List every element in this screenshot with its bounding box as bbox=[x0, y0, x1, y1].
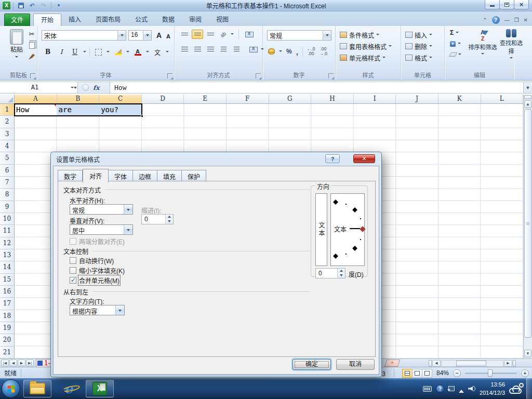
spin-down-icon[interactable] bbox=[166, 219, 173, 224]
column-header-L[interactable]: L bbox=[481, 95, 523, 104]
taskbar-excel-button[interactable]: X bbox=[86, 380, 114, 397]
file-tab[interactable]: 文件 bbox=[4, 14, 30, 26]
decrease-indent-button[interactable] bbox=[218, 45, 229, 54]
copy-button[interactable] bbox=[27, 41, 36, 50]
ribbon-tab-公式[interactable]: 公式 bbox=[128, 14, 155, 26]
chevron-down-icon[interactable] bbox=[115, 305, 124, 315]
row-header-16[interactable]: 16 bbox=[0, 286, 15, 298]
cell-styles-button[interactable]: 单元格样式 bbox=[338, 52, 394, 63]
shrink-to-fit-checkbox[interactable]: 缩小字体填充(K) bbox=[70, 266, 125, 275]
dialog-tab-对齐[interactable]: 对齐 bbox=[83, 169, 109, 183]
conditional-formatting-button[interactable]: 条件格式 bbox=[338, 29, 394, 41]
row-header-2[interactable]: 2 bbox=[0, 116, 15, 128]
chevron-down-icon[interactable] bbox=[83, 48, 86, 56]
shrink-font-button[interactable]: A bbox=[163, 31, 174, 42]
orientation-button[interactable]: ab bbox=[218, 30, 229, 39]
cancel-button[interactable]: 取消 bbox=[336, 359, 375, 370]
grow-font-button[interactable]: A bbox=[154, 30, 164, 41]
scroll-left-button[interactable]: ◀ bbox=[432, 360, 441, 367]
ribbon-tab-视图[interactable]: 视图 bbox=[209, 14, 236, 26]
close-button[interactable]: × bbox=[514, 0, 529, 9]
row-header-9[interactable]: 9 bbox=[0, 201, 15, 213]
find-select-button[interactable]: 查找和选择 bbox=[498, 29, 525, 61]
cut-button[interactable]: ✂ bbox=[27, 29, 36, 38]
scrollbar-split-handle[interactable] bbox=[524, 95, 531, 99]
ribbon-tab-审阅[interactable]: 审阅 bbox=[182, 14, 209, 26]
scroll-down-button[interactable]: ▼ bbox=[524, 350, 531, 357]
redo-button[interactable]: ↷ bbox=[39, 1, 48, 10]
phonetic-guide-button[interactable]: 文 bbox=[152, 47, 163, 57]
number-format-combo[interactable]: 常规 bbox=[267, 30, 331, 41]
vertical-align-combo[interactable]: 居中 bbox=[70, 224, 133, 235]
cell-B1[interactable]: are bbox=[57, 104, 100, 116]
degrees-spinner[interactable]: 0 bbox=[315, 268, 345, 278]
spin-up-icon[interactable] bbox=[338, 269, 345, 273]
chevron-down-icon[interactable] bbox=[146, 48, 149, 56]
select-all-corner[interactable] bbox=[0, 95, 15, 104]
insert-worksheet-button[interactable] bbox=[384, 360, 401, 367]
chevron-down-icon[interactable] bbox=[143, 31, 151, 40]
cell-A1[interactable]: How bbox=[15, 104, 57, 116]
fill-handle[interactable] bbox=[141, 115, 143, 117]
horizontal-scrollbar[interactable]: ◀ ▶ bbox=[429, 360, 525, 367]
help-tray-icon[interactable]: ? bbox=[436, 384, 444, 393]
bold-button[interactable]: B bbox=[43, 47, 53, 57]
align-bottom-button[interactable] bbox=[205, 30, 216, 39]
row-header-20[interactable]: 20 bbox=[0, 334, 15, 346]
align-right-button[interactable] bbox=[205, 45, 216, 54]
zoom-in-button[interactable]: + bbox=[521, 369, 529, 377]
row-header-4[interactable]: 4 bbox=[0, 140, 15, 152]
insert-function-button[interactable]: fx bbox=[93, 84, 99, 91]
show-hidden-icons-button[interactable] bbox=[459, 387, 464, 393]
taskbar-explorer-button[interactable] bbox=[23, 380, 51, 397]
vertical-scroll-thumb[interactable] bbox=[524, 109, 531, 338]
indent-spinner[interactable]: 0 bbox=[141, 214, 174, 224]
font-size-combo[interactable]: 16 bbox=[128, 30, 152, 41]
row-header-14[interactable]: 14 bbox=[0, 261, 15, 273]
text-direction-combo[interactable]: 根据内容 bbox=[70, 305, 125, 315]
ribbon-tab-页面布局[interactable]: 页面布局 bbox=[88, 14, 128, 26]
name-box[interactable]: A1 bbox=[0, 82, 78, 93]
font-dialog-launcher[interactable] bbox=[167, 73, 172, 78]
vertical-scrollbar[interactable]: ▲ ▼ bbox=[523, 95, 532, 358]
window-tray-icon[interactable] bbox=[448, 386, 455, 391]
page-break-view-button[interactable] bbox=[422, 369, 432, 378]
italic-button[interactable]: I bbox=[56, 47, 66, 57]
horizontal-align-combo[interactable]: 常规 bbox=[70, 204, 133, 215]
chevron-down-icon[interactable] bbox=[279, 48, 282, 55]
workbook-close-icon[interactable]: ✕ bbox=[524, 17, 528, 23]
number-dialog-launcher[interactable] bbox=[328, 73, 334, 78]
row-header-1[interactable]: 1 bbox=[0, 104, 15, 116]
format-painter-button[interactable] bbox=[27, 52, 36, 61]
scroll-up-button[interactable]: ▲ bbox=[524, 100, 531, 108]
format-cells-button[interactable]: 格式 bbox=[403, 52, 434, 63]
dialog-close-button[interactable]: ✕ bbox=[353, 154, 375, 163]
row-header-12[interactable]: 12 bbox=[0, 237, 15, 249]
ribbon-tab-数据[interactable]: 数据 bbox=[155, 14, 182, 26]
align-left-button[interactable] bbox=[179, 45, 190, 54]
chevron-down-icon[interactable] bbox=[323, 31, 331, 40]
sort-filter-button[interactable]: AZ 排序和筛选 bbox=[468, 29, 498, 57]
ok-button[interactable]: 确定 bbox=[292, 359, 331, 370]
percent-style-button[interactable]: % bbox=[286, 48, 292, 55]
zoom-slider-thumb[interactable] bbox=[488, 369, 493, 377]
first-sheet-button[interactable]: |◀ bbox=[1, 360, 9, 366]
delete-cells-button[interactable]: 删除 bbox=[403, 41, 434, 52]
horizontal-scroll-track[interactable] bbox=[441, 360, 503, 367]
chevron-down-icon[interactable] bbox=[124, 225, 132, 234]
borders-button[interactable] bbox=[93, 47, 103, 57]
help-button[interactable]: ? bbox=[492, 16, 500, 24]
orientation-arc[interactable]: 文本 bbox=[330, 193, 365, 266]
workbook-restore-icon[interactable]: ❐ bbox=[514, 17, 519, 23]
ribbon-tab-开始[interactable]: 开始 bbox=[33, 14, 61, 26]
workbook-minimize-icon[interactable]: — bbox=[504, 17, 510, 23]
cell-C1[interactable]: you? bbox=[99, 104, 142, 116]
prev-sheet-button[interactable]: ◀ bbox=[9, 360, 17, 366]
chevron-down-icon[interactable] bbox=[166, 48, 169, 56]
scroll-right-button[interactable]: ▶ bbox=[504, 360, 512, 367]
column-header-C[interactable]: C bbox=[99, 95, 142, 104]
clock[interactable]: 13:56 2014/12/3 bbox=[480, 380, 505, 397]
row-header-13[interactable]: 13 bbox=[0, 249, 15, 261]
spin-down-icon[interactable] bbox=[338, 273, 345, 278]
row-header-18[interactable]: 18 bbox=[0, 310, 15, 322]
